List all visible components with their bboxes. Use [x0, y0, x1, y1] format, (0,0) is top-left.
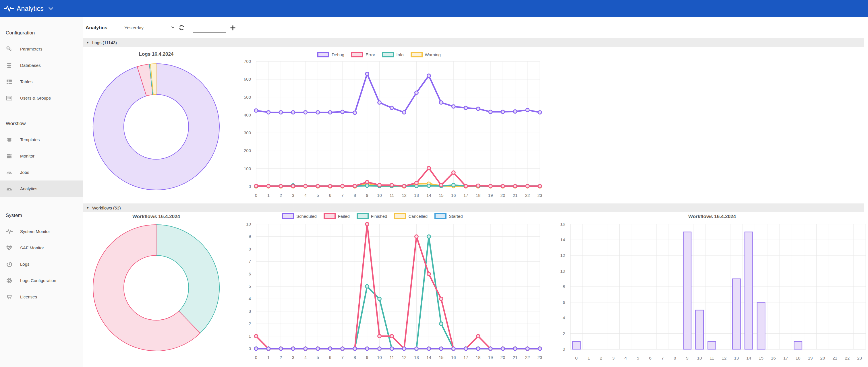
sidebar-item-tables[interactable]: Tables: [0, 73, 83, 90]
svg-text:8: 8: [249, 246, 251, 252]
legend-item-started[interactable]: Started: [434, 213, 463, 219]
heart-pulse-icon: [6, 244, 12, 252]
pulse-icon: [6, 228, 12, 235]
sidebar-item-users-groups[interactable]: Users & Groups: [0, 90, 83, 106]
workflows-line-chart: 0123456789100123456789101112131415161718…: [227, 221, 554, 367]
sidebar-item-label: Logs: [20, 262, 30, 267]
svg-text:17: 17: [783, 356, 788, 360]
svg-text:4: 4: [304, 355, 307, 360]
legend-swatch: [394, 213, 406, 219]
period-select[interactable]: Yesterday: [125, 24, 176, 31]
legend-label: Info: [397, 52, 404, 57]
sidebar-item-label: Templates: [20, 137, 40, 142]
refresh-icon[interactable]: [178, 24, 185, 31]
svg-text:9: 9: [366, 355, 368, 360]
svg-text:14: 14: [426, 355, 431, 360]
legend-label: Failed: [338, 214, 350, 219]
svg-text:11: 11: [390, 193, 394, 198]
gauge-icon: [6, 186, 12, 192]
svg-text:6: 6: [563, 300, 565, 305]
svg-text:20: 20: [500, 193, 505, 198]
svg-text:8: 8: [353, 193, 356, 198]
legend-item-cancelled[interactable]: Cancelled: [394, 213, 428, 219]
sidebar-item-label: Logs Configuration: [20, 278, 56, 283]
svg-text:5: 5: [249, 284, 251, 289]
database-icon: [6, 62, 12, 69]
section-header-logs[interactable]: ▼ Logs (11143): [83, 38, 864, 47]
sidebar-item-parameters[interactable]: Parameters: [0, 41, 83, 57]
legend-item-failed[interactable]: Failed: [323, 213, 350, 219]
legend-item-debug[interactable]: Debug: [317, 52, 344, 57]
legend-item-info[interactable]: Info: [382, 52, 404, 57]
sidebar: Configuration Parameters Databases Table…: [0, 17, 83, 367]
legend-label: Started: [449, 214, 463, 219]
sidebar-item-jobs[interactable]: Jobs: [0, 164, 83, 180]
toolbar: Analytics Yesterday: [83, 17, 868, 38]
svg-text:3: 3: [292, 193, 294, 198]
sidebar-item-logs[interactable]: Logs: [0, 256, 83, 272]
legend-swatch: [382, 52, 394, 57]
section-header-workflows-label: Workflows (53): [92, 205, 121, 210]
svg-text:0: 0: [255, 193, 257, 198]
legend-item-finished[interactable]: Finished: [356, 213, 388, 219]
svg-text:600: 600: [244, 77, 251, 81]
svg-text:2: 2: [563, 331, 565, 336]
legend-label: Finished: [371, 214, 388, 219]
sidebar-item-label: Users & Groups: [20, 96, 51, 100]
svg-text:14: 14: [426, 193, 431, 198]
key-icon: [6, 46, 12, 53]
app-title: Analytics: [17, 5, 44, 12]
svg-text:22: 22: [525, 193, 530, 198]
svg-text:2: 2: [280, 355, 282, 360]
sidebar-item-licenses[interactable]: Licenses: [0, 289, 83, 305]
svg-text:16: 16: [451, 193, 456, 198]
legend-swatch: [356, 213, 369, 219]
sidebar-item-label: SAF Monitor: [20, 245, 44, 250]
svg-text:12: 12: [560, 253, 565, 258]
sidebar-item-databases[interactable]: Databases: [0, 57, 83, 73]
svg-text:19: 19: [808, 356, 813, 360]
sidebar-item-saf-monitor[interactable]: SAF Monitor: [0, 240, 83, 256]
car-icon: [6, 169, 12, 176]
svg-text:1: 1: [249, 334, 251, 339]
svg-text:9: 9: [249, 234, 251, 239]
section-header-logs-label: Logs (11143): [92, 40, 117, 45]
svg-text:4: 4: [563, 315, 565, 320]
svg-text:5: 5: [317, 355, 319, 360]
pulse-icon: [4, 5, 14, 12]
svg-text:1: 1: [267, 355, 270, 360]
legend-swatch: [411, 52, 423, 57]
svg-text:16: 16: [451, 355, 456, 360]
svg-text:12: 12: [722, 356, 727, 360]
sidebar-item-label: Analytics: [20, 186, 37, 191]
svg-text:3: 3: [292, 355, 294, 360]
legend-item-warning[interactable]: Warning: [411, 52, 441, 57]
plus-icon[interactable]: [229, 24, 236, 31]
sidebar-item-monitor[interactable]: Monitor: [0, 148, 83, 164]
svg-text:8: 8: [674, 356, 676, 360]
svg-text:2: 2: [280, 193, 282, 198]
chevron-down-icon[interactable]: [46, 4, 55, 13]
chip-icon: [6, 136, 12, 143]
svg-text:23: 23: [537, 193, 542, 198]
table-icon: [6, 78, 12, 85]
svg-text:14: 14: [560, 237, 565, 242]
svg-text:10: 10: [560, 269, 565, 273]
add-chart-input[interactable]: [193, 23, 226, 33]
svg-text:4: 4: [249, 296, 251, 301]
sidebar-item-logs-configuration[interactable]: Logs Configuration: [0, 272, 83, 289]
svg-text:0: 0: [563, 346, 565, 352]
sidebar-item-templates[interactable]: Templates: [0, 131, 83, 148]
svg-text:18: 18: [476, 355, 480, 360]
svg-text:8: 8: [353, 355, 356, 360]
legend-item-scheduled[interactable]: Scheduled: [282, 213, 317, 219]
legend-item-error[interactable]: Error: [351, 52, 375, 57]
svg-text:10: 10: [697, 356, 702, 360]
svg-text:7: 7: [249, 259, 251, 264]
svg-text:23: 23: [537, 355, 542, 360]
svg-text:14: 14: [746, 356, 751, 360]
section-header-workflows[interactable]: ▼ Workflows (53): [83, 203, 864, 212]
sidebar-item-analytics[interactable]: Analytics: [0, 180, 83, 197]
sidebar-item-system-monitor[interactable]: System Monitor: [0, 223, 83, 240]
svg-text:1: 1: [267, 193, 270, 198]
